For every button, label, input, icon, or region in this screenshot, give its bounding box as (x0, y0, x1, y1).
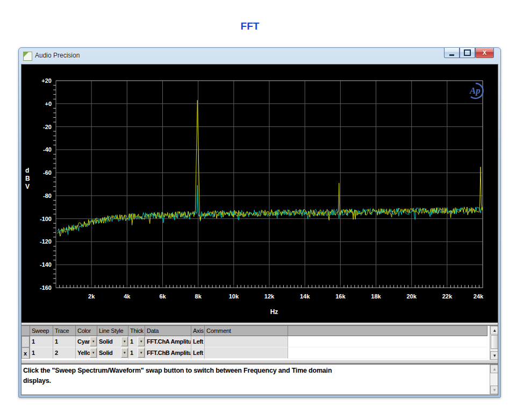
row-select-cell[interactable]: x (22, 336, 30, 347)
cell-sweep[interactable]: 1 (30, 347, 53, 359)
svg-text:6k: 6k (159, 293, 166, 300)
column-header-blank (288, 326, 488, 336)
svg-text:8k: 8k (195, 293, 202, 300)
dropdown-icon[interactable]: ▼ (138, 348, 145, 358)
app-icon (23, 52, 32, 61)
svg-text:-40: -40 (43, 146, 52, 153)
maximize-button[interactable] (460, 48, 475, 58)
cell-axis[interactable]: Left (191, 347, 205, 359)
row-select-cell[interactable]: x (22, 347, 30, 359)
scroll-down-icon[interactable]: ▼ (490, 351, 498, 360)
trace-FFT.ChB Amplitude (58, 100, 483, 236)
svg-text:2k: 2k (88, 293, 95, 300)
titlebar[interactable]: Audio Precision X (19, 48, 500, 64)
maximize-icon (464, 49, 471, 56)
dropdown-icon[interactable]: ▼ (121, 348, 128, 358)
svg-text:+0: +0 (45, 101, 52, 107)
svg-text:-100: -100 (40, 216, 52, 222)
column-header-data: Data (145, 326, 191, 336)
svg-text:24k: 24k (474, 293, 484, 300)
comment-text: Click the "Sweep Spectrum/Waveform" swap… (23, 366, 346, 386)
x-axis-label: Hz (22, 308, 498, 316)
ap-logo-text: Ap (469, 86, 481, 96)
svg-text:14k: 14k (300, 293, 310, 300)
cell-thick[interactable]: 1▼ (128, 336, 145, 347)
svg-text:12k: 12k (264, 293, 275, 300)
window-client-area: +20+0-20-40-60-80-100-120-140-1602k4k6k8… (21, 64, 498, 395)
page-title: FFT (0, 20, 500, 32)
minimize-icon (449, 54, 454, 56)
fft-spectrum-chart: +20+0-20-40-60-80-100-120-140-1602k4k6k8… (22, 65, 498, 323)
dropdown-icon[interactable]: ▼ (138, 337, 145, 346)
close-button[interactable]: X (475, 48, 494, 58)
column-header-thick: Thick (128, 326, 145, 336)
svg-text:4k: 4k (124, 293, 131, 300)
cell-line_style[interactable]: Solid▼ (97, 336, 128, 347)
column-header-axis: Axis (191, 326, 205, 336)
cell-color[interactable]: Cyan▼ (76, 336, 97, 347)
audio-precision-window: Audio Precision X +20+0-20-40-60-80-100-… (18, 47, 501, 398)
column-header-trace: Trace (53, 326, 76, 336)
minimize-button[interactable] (444, 48, 460, 58)
column-header-color: Color (76, 326, 97, 336)
close-icon: X (483, 49, 486, 56)
cell-sweep[interactable]: 1 (30, 336, 53, 347)
table-scrollbar[interactable]: ▲ ▼ (490, 326, 498, 360)
svg-text:10k: 10k (229, 293, 239, 300)
table-scrollbar-thumb[interactable] (491, 335, 498, 349)
scroll-up-icon[interactable]: ▲ (490, 365, 498, 373)
scroll-up-icon[interactable]: ▲ (490, 326, 498, 334)
cell-comment[interactable] (205, 347, 288, 359)
svg-text:20k: 20k (406, 293, 417, 300)
svg-text:18k: 18k (371, 293, 381, 300)
column-header-blank (22, 326, 30, 336)
splitter-bar-bottom[interactable] (22, 360, 498, 364)
empty-cell (288, 336, 488, 347)
cell-data[interactable]: FFT.ChA Amplituc (145, 336, 191, 347)
dropdown-icon[interactable]: ▼ (121, 337, 128, 346)
trace-row-2: x12Yellow▼Solid▼1▼FFT.ChB AmplitucLeft (22, 347, 490, 359)
scroll-down-icon[interactable]: ▼ (490, 386, 498, 394)
svg-text:16k: 16k (335, 293, 346, 300)
cell-axis[interactable]: Left (191, 336, 205, 347)
svg-text:-140: -140 (40, 261, 52, 268)
column-header-comment: Comment (205, 326, 288, 336)
axis-ticks (53, 86, 479, 288)
cell-trace[interactable]: 2 (53, 347, 76, 359)
column-header-line-style: Line Style (97, 326, 128, 336)
svg-text:-160: -160 (40, 284, 52, 291)
window-title: Audio Precision (35, 52, 80, 59)
comment-box[interactable]: Click the "Sweep Spectrum/Waveform" swap… (22, 364, 498, 394)
trace-FFT.ChA Amplitude (58, 186, 483, 235)
cell-color[interactable]: Yellow▼ (76, 347, 97, 359)
svg-text:-60: -60 (43, 169, 52, 176)
dropdown-icon[interactable]: ▼ (90, 337, 97, 346)
column-header-sweep: Sweep (30, 326, 53, 336)
svg-text:-120: -120 (40, 238, 52, 245)
dropdown-icon[interactable]: ▼ (90, 348, 97, 358)
empty-cell (288, 347, 488, 359)
axis-tick-labels: +20+0-20-40-60-80-100-120-140-1602k4k6k8… (40, 77, 484, 300)
fft-plot-panel: +20+0-20-40-60-80-100-120-140-1602k4k6k8… (22, 65, 498, 323)
trace-row-1: x11Cyan▼Solid▼1▼FFT.ChA AmplitucLeft (22, 336, 490, 347)
cell-trace[interactable]: 1 (53, 336, 76, 347)
svg-text:22k: 22k (442, 293, 453, 300)
cell-thick[interactable]: 1▼ (128, 347, 145, 359)
cell-comment[interactable] (205, 336, 288, 347)
cell-line_style[interactable]: Solid▼ (97, 347, 128, 359)
comment-scrollbar[interactable]: ▲ ▼ (490, 365, 498, 394)
svg-text:+20: +20 (41, 77, 52, 84)
ap-logo: Ap (467, 82, 485, 100)
svg-text:-20: -20 (43, 124, 52, 130)
grid-lines (56, 81, 483, 288)
cell-data[interactable]: FFT.ChB Amplituc (145, 347, 191, 359)
trace-table: SweepTraceColorLine StyleThickDataAxisCo… (22, 325, 498, 360)
y-axis-label: d B V (25, 167, 30, 191)
svg-text:-80: -80 (43, 193, 52, 199)
